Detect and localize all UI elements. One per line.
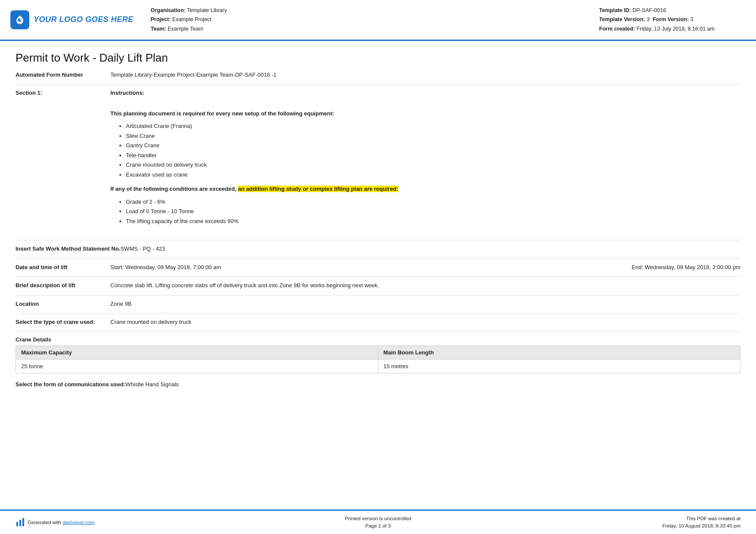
uncontrolled-line1: Printed version is uncontrolled bbox=[162, 515, 594, 522]
created-line2: Friday, 10 August 2018, 8:33:45 pm bbox=[594, 522, 740, 530]
equipment-list: Articulated Crane (Franna) Slew Crane Ga… bbox=[110, 122, 740, 179]
svg-rect-1 bbox=[16, 522, 18, 526]
instructions-block: This planning document is required for e… bbox=[110, 106, 740, 235]
date-time-start: Start: Wednesday, 09 May 2018, 7:00:00 a… bbox=[110, 263, 221, 272]
svg-rect-2 bbox=[19, 520, 21, 526]
logo-area: YOUR LOGO GOES HERE bbox=[10, 6, 134, 34]
footer-center: Printed version is uncontrolled Page 1 o… bbox=[162, 515, 594, 530]
crane-type-value: Crane mounted on delivery truck bbox=[110, 318, 740, 326]
crane-table-header-boom: Main Boom Length bbox=[378, 345, 740, 359]
list-item: Gantry Crane bbox=[126, 141, 740, 150]
date-time-row: Date and time of lift Start: Wednesday, … bbox=[16, 263, 740, 272]
condition-text-before: If any of the following conditions are e… bbox=[110, 186, 237, 192]
crane-type-label: Select the type of crane used: bbox=[16, 318, 110, 326]
org-line: Organisation: Template Library bbox=[151, 6, 599, 15]
location-label: Location bbox=[16, 300, 110, 308]
crane-details-title: Crane Details bbox=[16, 336, 51, 343]
template-version-line: Template Version: 3 Form Version: 3 bbox=[599, 15, 746, 24]
brief-desc-row: Brief description of lift Concrete slab … bbox=[16, 281, 740, 290]
date-time-label: Date and time of lift bbox=[16, 263, 110, 271]
list-item: Articulated Crane (Franna) bbox=[126, 122, 740, 130]
table-row: 25 tonne 15 metres bbox=[16, 359, 740, 373]
crane-type-row: Select the type of crane used: Crane mou… bbox=[16, 318, 740, 326]
page-header: YOUR LOGO GOES HERE Organisation: Templa… bbox=[0, 0, 756, 41]
svg-rect-3 bbox=[22, 518, 24, 526]
main-content: Permit to Work - Daily Lift Plan Automat… bbox=[0, 41, 756, 389]
dashpivot-link[interactable]: dashpivot.com bbox=[62, 520, 94, 525]
condition-text-highlighted: an addition lifting study or complex lif… bbox=[238, 186, 398, 192]
crane-table-header-capacity: Maximum Capacity bbox=[16, 345, 378, 359]
team-line: Team: Example Team bbox=[151, 25, 599, 34]
swms-value: SWMS - PQ - 423 bbox=[120, 245, 740, 253]
comms-value: Whistle Hand Signals bbox=[125, 380, 740, 389]
crane-table: Maximum Capacity Main Boom Length 25 ton… bbox=[16, 345, 740, 373]
section1-row: Section 1: Instructions: This planning d… bbox=[16, 89, 740, 235]
automated-form-number-value: Template Library-Example Project-Example… bbox=[110, 71, 740, 79]
footer-right: This PDF was created at Friday, 10 Augus… bbox=[594, 515, 740, 530]
comms-row: Select the form of communications used: … bbox=[16, 380, 740, 389]
header-meta: Organisation: Template Library Project: … bbox=[134, 6, 599, 34]
instructions-label: Instructions: bbox=[110, 89, 740, 97]
logo-icon bbox=[10, 10, 29, 29]
location-value: Zone 9B bbox=[110, 300, 740, 308]
footer-generated-text: Generated with dashpivot.com bbox=[28, 520, 94, 525]
swms-label: Insert Safe Work Method Statement No. bbox=[16, 245, 120, 253]
date-time-end: End: Wednesday, 09 May 2018, 2:00:00 pm bbox=[632, 263, 740, 272]
capacity-value: 25 tonne bbox=[16, 359, 378, 373]
comms-label: Select the form of communications used: bbox=[16, 380, 125, 388]
svg-point-0 bbox=[19, 19, 21, 22]
brief-desc-label: Brief description of lift bbox=[16, 281, 110, 289]
swms-row: Insert Safe Work Method Statement No. SW… bbox=[16, 245, 740, 253]
template-id-line: Template ID: DP-SAF-0016 bbox=[599, 6, 746, 15]
project-line: Project: Example Project bbox=[151, 15, 599, 24]
list-item: The lifting capacity of the crane exceed… bbox=[126, 217, 740, 226]
list-item: Load of 0 Tonne - 10 Tonne bbox=[126, 207, 740, 216]
list-item: Excavator used as crane bbox=[126, 171, 740, 179]
location-row: Location Zone 9B bbox=[16, 300, 740, 308]
form-created-line: Form created: Friday, 13 July 2018, 8:16… bbox=[599, 25, 746, 34]
page-number: Page 1 of 3 bbox=[162, 522, 594, 530]
list-item: Grade of 2 - 6% bbox=[126, 198, 740, 206]
instructions-block-container: Instructions: This planning document is … bbox=[110, 89, 740, 235]
list-item: Crane mounted on delivery truck bbox=[126, 161, 740, 169]
automated-form-number-label: Automated Form Number bbox=[16, 71, 110, 79]
logo-text: YOUR LOGO GOES HERE bbox=[34, 15, 134, 24]
section1-label: Section 1: bbox=[16, 89, 110, 97]
footer-left: Generated with dashpivot.com bbox=[16, 518, 162, 527]
boom-value: 15 metres bbox=[378, 359, 740, 373]
header-right: Template ID: DP-SAF-0016 Template Versio… bbox=[599, 6, 746, 34]
automated-form-number-row: Automated Form Number Template Library-E… bbox=[16, 71, 740, 79]
list-item: Tele-handler bbox=[126, 151, 740, 160]
conditions-list: Grade of 2 - 6% Load of 0 Tonne - 10 Ton… bbox=[110, 198, 740, 226]
created-line1: This PDF was created at bbox=[594, 515, 740, 522]
list-item: Slew Crane bbox=[126, 132, 740, 140]
brief-desc-value: Concrete slab lift. Lifting concrete sla… bbox=[110, 281, 740, 290]
date-time-values: Start: Wednesday, 09 May 2018, 7:00:00 a… bbox=[110, 263, 740, 272]
form-title: Permit to Work - Daily Lift Plan bbox=[16, 51, 740, 65]
dashpivot-icon bbox=[16, 518, 25, 527]
condition-line: If any of the following conditions are e… bbox=[110, 185, 740, 193]
instructions-intro: This planning document is required for e… bbox=[110, 109, 740, 118]
page-footer: Generated with dashpivot.com Printed ver… bbox=[0, 509, 756, 534]
